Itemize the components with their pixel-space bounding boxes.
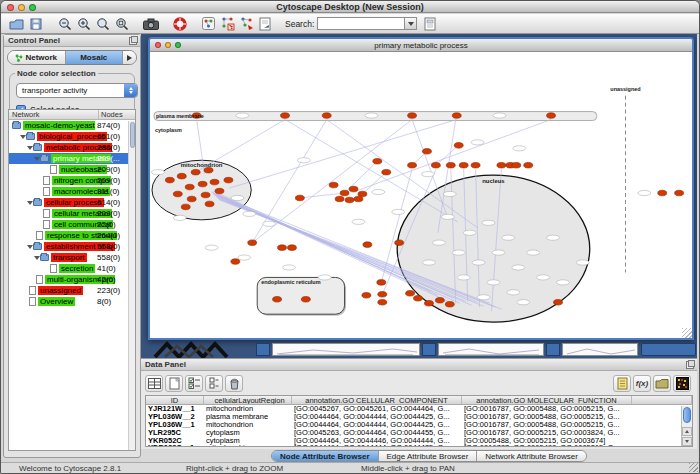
delete-trash-icon[interactable] <box>225 375 243 392</box>
graph-node[interactable] <box>377 280 386 286</box>
expand-arrow-icon[interactable] <box>26 245 33 249</box>
minimize-button[interactable] <box>18 4 25 11</box>
tree-row[interactable]: cell communicat22(0) <box>9 219 135 230</box>
graph-node[interactable] <box>406 291 415 297</box>
graph-node[interactable] <box>524 162 533 168</box>
graph-node[interactable] <box>435 297 444 303</box>
zoom-fit-icon[interactable] <box>112 15 131 32</box>
graph-node[interactable] <box>340 190 349 196</box>
heatmap-grid-icon[interactable] <box>673 375 691 392</box>
graph-node[interactable] <box>301 296 310 302</box>
layout-b-icon[interactable] <box>237 15 256 32</box>
tree-col-network[interactable]: Network <box>9 110 99 119</box>
tree-row[interactable]: secretion41(0) <box>9 263 135 274</box>
search-input[interactable] <box>317 17 405 30</box>
graph-node[interactable] <box>322 113 331 119</box>
tab-network[interactable]: Network <box>8 51 66 64</box>
graph-node[interactable] <box>204 167 213 173</box>
graph-node[interactable] <box>373 158 382 164</box>
graph-node[interactable] <box>329 182 338 188</box>
background-window-fragment[interactable] <box>256 343 270 356</box>
graph-node[interactable] <box>248 240 257 246</box>
graph-node[interactable] <box>201 192 210 198</box>
graph-node[interactable] <box>431 162 440 168</box>
background-window-fragment[interactable] <box>438 343 544 356</box>
graph-node[interactable] <box>215 188 224 194</box>
zoom-in-icon[interactable] <box>74 15 93 32</box>
background-window-fragment[interactable] <box>641 343 696 356</box>
tree-row[interactable]: nucleobase-209(0) <box>9 164 135 175</box>
graph-node[interactable] <box>454 143 463 149</box>
graph-node[interactable] <box>224 177 233 183</box>
import-folder-icon[interactable] <box>653 375 671 392</box>
close-button[interactable] <box>155 42 161 48</box>
tree-row[interactable]: mosaic-demo-yeast874(0) <box>9 120 135 131</box>
tree-row[interactable]: cellular process614(0) <box>9 197 135 208</box>
graph-edge[interactable] <box>252 120 412 243</box>
mitochondrion-compartment[interactable] <box>152 160 251 220</box>
scroll-down-icon[interactable] <box>682 437 692 446</box>
graph-node[interactable] <box>185 184 194 190</box>
background-window-fragment[interactable] <box>272 343 420 356</box>
vizmapper-icon[interactable] <box>199 15 218 32</box>
tree-row[interactable]: metabolic process280(0) <box>9 142 135 153</box>
tab-mosaic[interactable]: Mosaic <box>66 51 124 64</box>
graph-node[interactable] <box>281 113 290 119</box>
annotation-page-icon[interactable] <box>256 15 275 32</box>
tree-row[interactable]: primary metabo209(... <box>9 153 135 164</box>
graph-node[interactable] <box>335 196 344 202</box>
tree-scrollbar[interactable] <box>128 121 135 450</box>
graph-edge[interactable] <box>285 120 458 222</box>
graph-node[interactable] <box>349 186 358 192</box>
table-column-header[interactable]: annotation.GO CELLULAR_COMPONENT <box>292 396 462 404</box>
attribute-rows-icon[interactable] <box>205 375 223 392</box>
node-color-dropdown[interactable]: transporter activity <box>16 83 138 98</box>
table-column-header[interactable]: ID <box>146 396 204 404</box>
graph-node[interactable] <box>395 240 404 246</box>
graph-node[interactable] <box>547 113 556 119</box>
graph-node[interactable] <box>452 113 461 119</box>
graph-node[interactable] <box>658 190 667 196</box>
graph-node[interactable] <box>345 197 354 203</box>
table-column-header[interactable]: _cellularLayoutRegion <box>204 396 292 404</box>
graph-node[interactable] <box>497 162 506 168</box>
graph-node[interactable] <box>181 204 190 210</box>
graph-node[interactable] <box>231 259 240 265</box>
graph-node[interactable] <box>273 296 282 302</box>
expand-arrow-icon[interactable] <box>33 256 40 260</box>
float-panel-icon[interactable] <box>129 37 137 45</box>
graph-node[interactable] <box>471 162 480 168</box>
tree-col-nodes[interactable]: Nodes <box>99 110 135 119</box>
open-folder-icon[interactable] <box>7 15 26 32</box>
table-row[interactable]: YDR039C__1mitochondrion[GO:0044464, GO:0… <box>146 444 692 447</box>
graph-node[interactable] <box>278 245 287 251</box>
tab-overflow-arrow[interactable] <box>123 51 136 64</box>
graph-node[interactable] <box>354 196 363 202</box>
tree-row[interactable]: biological_process651(0) <box>9 131 135 142</box>
graph-node[interactable] <box>205 201 214 207</box>
graph-node[interactable] <box>210 179 219 185</box>
tree-row[interactable]: macromolecule311(0) <box>9 186 135 197</box>
save-icon[interactable] <box>26 15 45 32</box>
graph-node[interactable] <box>295 195 304 201</box>
expand-arrow-icon[interactable] <box>33 157 40 161</box>
tree-row[interactable]: nitrogen compo209(0) <box>9 175 135 186</box>
graph-node[interactable] <box>512 162 521 168</box>
plugin-page-icon[interactable] <box>421 15 440 32</box>
tree-row[interactable]: cellular metabol209(0) <box>9 208 135 219</box>
expand-arrow-icon[interactable] <box>26 146 33 150</box>
new-attribute-page-icon[interactable] <box>165 375 183 392</box>
graph-node[interactable] <box>165 177 174 183</box>
network-canvas[interactable]: plasma membranecytoplasmmitochondrionnuc… <box>150 53 692 338</box>
graph-node[interactable] <box>378 299 387 305</box>
graph-node[interactable] <box>187 196 196 202</box>
help-ring-icon[interactable] <box>170 15 189 32</box>
browser-tab-node[interactable]: Node Attribute Browser <box>272 451 379 461</box>
browser-tab-network[interactable]: Network Attribute Browser <box>477 451 585 461</box>
zoom-out-icon[interactable] <box>55 15 74 32</box>
expand-arrow-icon[interactable] <box>26 201 33 205</box>
zoom-button[interactable] <box>175 42 181 48</box>
float-panel-icon[interactable] <box>686 361 694 369</box>
background-window-fragment[interactable] <box>422 343 436 356</box>
app-resize-grip[interactable] <box>689 463 698 472</box>
